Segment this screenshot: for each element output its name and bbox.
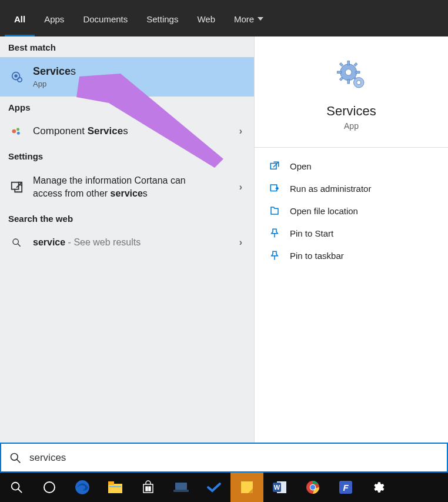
preview-header: Services App	[255, 36, 448, 141]
taskbar-search-button[interactable]	[0, 473, 33, 502]
action-label: Open	[290, 161, 312, 171]
svg-point-20	[356, 81, 360, 85]
taskbar-todo-button[interactable]	[198, 473, 230, 502]
svg-rect-41	[173, 490, 189, 492]
search-icon	[9, 452, 21, 464]
svg-rect-15	[339, 63, 343, 67]
result-web-search[interactable]: service - See web results ›	[0, 228, 254, 256]
svg-rect-6	[12, 182, 19, 189]
taskbar-settings-button[interactable]	[362, 473, 395, 502]
svg-rect-35	[143, 484, 153, 493]
result-subtext: App	[33, 79, 246, 88]
svg-rect-11	[347, 61, 350, 65]
tab-settings[interactable]: Settings	[137, 0, 188, 36]
taskbar-app-f-button[interactable]: F	[329, 473, 362, 502]
shield-run-icon	[269, 183, 280, 194]
tab-more[interactable]: More	[225, 0, 273, 36]
result-text: service - See web results	[33, 237, 231, 248]
cortana-line2-prefix: access from other	[33, 188, 111, 198]
result-text: Services App	[33, 65, 246, 88]
taskbar-file-explorer-button[interactable]	[99, 473, 132, 502]
action-label: Pin to Start	[290, 228, 333, 238]
result-component-services[interactable]: Component Services ›	[0, 117, 254, 145]
chevron-right-icon[interactable]: ›	[239, 182, 242, 192]
tab-documents[interactable]: Documents	[73, 0, 137, 36]
divider	[255, 147, 448, 148]
taskbar-sticky-notes-button[interactable]	[230, 473, 263, 502]
result-title-tail: - See web results	[65, 237, 141, 247]
chevron-right-icon[interactable]: ›	[239, 126, 242, 137]
svg-rect-13	[337, 71, 341, 74]
svg-rect-17	[353, 63, 357, 67]
svg-line-8	[18, 244, 21, 247]
preview-actions: Open Run as administrator Open file loca…	[255, 151, 448, 267]
taskbar-laptop-app-button[interactable]	[165, 473, 198, 502]
section-settings-label: Settings	[0, 145, 254, 166]
result-text: Component Services	[33, 125, 231, 137]
taskbar: W F	[0, 473, 448, 502]
svg-point-2	[18, 78, 22, 82]
start-search-box[interactable]	[0, 443, 448, 473]
tab-apps[interactable]: Apps	[35, 0, 73, 36]
cortana-line1: Manage the information Cortana can	[33, 175, 186, 185]
result-title-bold: Service	[88, 125, 123, 137]
svg-rect-14	[356, 71, 360, 74]
result-title-tail: s	[123, 125, 128, 137]
svg-rect-36	[146, 487, 148, 488]
pin-start-icon	[269, 228, 280, 238]
action-pin-to-taskbar[interactable]: Pin to taskbar	[255, 244, 448, 267]
svg-rect-21	[270, 164, 276, 169]
taskbar-cortana-button[interactable]	[33, 473, 66, 502]
search-results-left: Best match Services App Apps Component S…	[0, 36, 254, 443]
svg-point-30	[44, 482, 55, 493]
preview-title: Services	[266, 104, 436, 119]
services-gear-icon	[8, 70, 25, 83]
search-icon	[8, 238, 25, 247]
svg-line-29	[18, 489, 22, 493]
action-run-as-admin[interactable]: Run as administrator	[255, 177, 448, 200]
settings-link-icon	[8, 181, 25, 194]
search-input[interactable]	[29, 452, 439, 464]
svg-point-5	[17, 132, 20, 135]
section-best-match-label: Best match	[0, 36, 254, 57]
svg-point-1	[14, 75, 17, 78]
svg-point-3	[12, 129, 16, 133]
tab-all[interactable]: All	[5, 0, 35, 36]
svg-point-26	[11, 453, 18, 460]
svg-rect-33	[108, 481, 114, 485]
svg-text:W: W	[274, 484, 280, 491]
result-title-tail: s	[71, 65, 76, 77]
chevron-down-icon	[258, 17, 263, 21]
action-open-file-location[interactable]: Open file location	[255, 200, 448, 222]
action-label: Open file location	[290, 206, 358, 216]
open-icon	[269, 161, 280, 171]
search-category-tabs: All Apps Documents Settings Web More	[0, 0, 448, 36]
services-large-icon	[335, 59, 368, 92]
svg-rect-37	[149, 487, 151, 488]
result-title: Component Services	[33, 125, 231, 137]
svg-point-7	[13, 239, 18, 244]
action-open[interactable]: Open	[255, 155, 448, 177]
tab-web[interactable]: Web	[188, 0, 225, 36]
taskbar-store-button[interactable]	[132, 473, 165, 502]
chevron-right-icon[interactable]: ›	[239, 237, 242, 248]
result-title: Services	[33, 65, 246, 78]
tab-more-label: More	[234, 14, 254, 24]
taskbar-chrome-button[interactable]	[296, 473, 329, 502]
action-pin-to-start[interactable]: Pin to Start	[255, 222, 448, 244]
action-label: Run as administrator	[290, 184, 371, 194]
svg-point-10	[345, 69, 352, 76]
section-web-label: Search the web	[0, 208, 254, 228]
taskbar-word-button[interactable]: W	[263, 473, 296, 502]
section-apps-label: Apps	[0, 97, 254, 117]
result-cortana-setting[interactable]: Manage the information Cortana can acces…	[0, 166, 254, 208]
result-title-prefix: Component	[33, 125, 88, 137]
svg-rect-32	[108, 484, 122, 493]
svg-rect-40	[175, 483, 187, 490]
svg-point-49	[310, 485, 315, 490]
result-preview-pane: Services App Open Run as administrator	[254, 36, 448, 443]
svg-point-4	[16, 128, 19, 131]
pin-taskbar-icon	[269, 250, 280, 261]
taskbar-edge-button[interactable]	[66, 473, 99, 502]
result-best-match-services[interactable]: Services App	[0, 57, 254, 97]
